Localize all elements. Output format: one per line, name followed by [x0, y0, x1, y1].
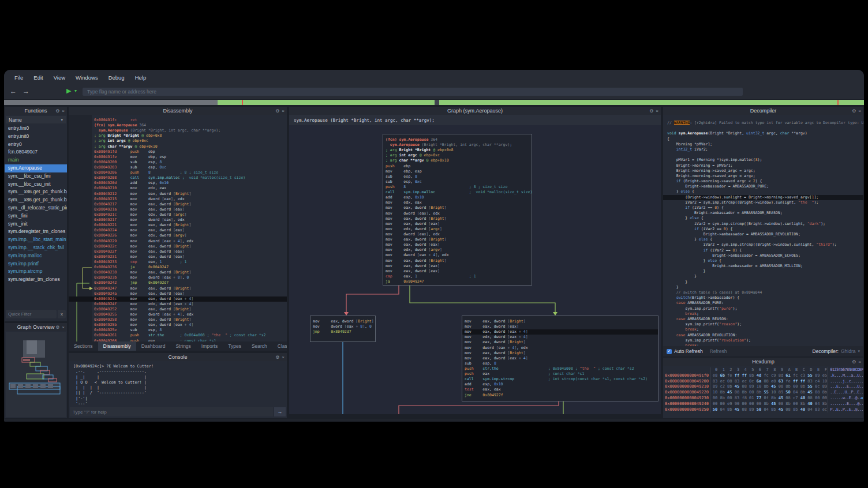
function-list-item[interactable]: sym.imp.printf — [5, 260, 67, 268]
function-list-item[interactable]: sym.__x86.get_pc_thunk.bx — [5, 196, 67, 204]
back-icon[interactable]: ← — [10, 87, 17, 95]
function-list-item[interactable]: sym.imp.__stack_chk_fail — [5, 244, 67, 252]
panel-settings-icon[interactable]: ⚙ — [55, 325, 59, 330]
function-list-item[interactable]: sym._fini — [5, 212, 67, 220]
function-list-item[interactable]: sym._init — [5, 220, 67, 228]
function-list-item[interactable]: sym.deregister_tm_clones — [5, 228, 67, 236]
code-line: if (iVar2 == 0) { — [667, 248, 863, 253]
code-line: 0x0804925b mov eax, dword [eax + 4] — [94, 322, 287, 328]
graph-titlebar[interactable]: Graph (sym.Aeropause) ⚙× — [289, 107, 661, 115]
graph-node-true-branch[interactable]: mov eax, dword [Bright]mov eax, dword [e… — [462, 316, 659, 401]
console-input[interactable] — [70, 407, 273, 416]
panel-settings-icon[interactable]: ⚙ — [275, 108, 279, 114]
panel-close-icon[interactable]: × — [282, 108, 285, 114]
chevron-down-icon: ▾ — [858, 349, 860, 354]
play-debug-icon[interactable]: ▶ — [66, 87, 71, 95]
filter-clear-button[interactable]: x — [58, 310, 66, 318]
function-list-item[interactable]: sym.__libc_csu_fini — [5, 172, 67, 181]
hexdump-row[interactable]: 0x000000000804925050 04 8b 45 08 89 50 0… — [663, 407, 863, 413]
code-line: ; arg char **argv @ ebp+0x10 — [94, 144, 287, 149]
hexdump-row[interactable]: 0x000000000804922010 8b 45 08 8b 00 8b 5… — [663, 390, 863, 396]
panel-close-icon[interactable]: × — [858, 359, 861, 365]
address-input[interactable] — [83, 88, 743, 96]
decompiler-toolbar: ✓ Auto Refresh Refresh Decompiler: Ghidr… — [663, 346, 863, 356]
tab-disassembly[interactable]: Disassembly — [98, 341, 136, 351]
menu-item-debug[interactable]: Debug — [104, 73, 129, 82]
graph-overview-titlebar[interactable]: Graph Overview ⚙× — [5, 323, 67, 331]
hexdump-byte-header: 0 1 2 3 4 5 6 7 8 9 A B C D E F — [710, 367, 828, 373]
code-line: ; arg int argc @ ebp+0xc — [94, 138, 287, 144]
hexdump-row[interactable]: 0x000000000804924000 00 e9 90 00 00 00 8… — [663, 401, 863, 407]
graph-overview-panel: Graph Overview ⚙× — [5, 323, 67, 418]
disassembly-code[interactable]: 0x080491fc ret(fcn) sym.Aeropause 364 sy… — [69, 115, 287, 341]
panel-settings-icon[interactable]: ⚙ — [649, 108, 653, 114]
panel-settings-icon[interactable]: ⚙ — [852, 108, 856, 114]
play-dropdown-icon[interactable]: ▾ — [74, 88, 77, 93]
code-line: break; — [667, 327, 863, 332]
panel-close-icon[interactable]: × — [62, 325, 65, 330]
panel-close-icon[interactable]: × — [858, 108, 861, 114]
cutter-window: FileEditViewWindowsDebugHelp ← → ▶ ▾ Fun… — [4, 70, 864, 422]
menu-item-windows[interactable]: Windows — [71, 73, 103, 82]
console-send-icon[interactable]: → — [274, 407, 286, 416]
decompiler-code[interactable]: // WARNING: [r2ghidra] Failed to match t… — [663, 115, 863, 346]
function-list-item[interactable]: fcn.080490c7 — [5, 148, 67, 156]
tab-sections[interactable]: Sections — [69, 341, 98, 351]
menu-item-file[interactable]: File — [10, 73, 28, 82]
graph-canvas[interactable]: (fcn) sym.Aeropause 364 sym.Aeropause (B… — [289, 125, 661, 414]
code-line: sub esp, 8 — [386, 174, 529, 179]
decompiler-titlebar[interactable]: Decompiler ⚙× — [663, 107, 863, 115]
console-titlebar[interactable]: Console ⚙× — [69, 353, 287, 361]
panel-close-icon[interactable]: × — [282, 355, 285, 360]
refresh-button[interactable]: Refresh — [710, 348, 727, 354]
seek-bar[interactable] — [4, 100, 864, 105]
tab-classes[interactable]: Classes — [272, 341, 287, 351]
function-list-item[interactable]: sym._dl_relocate_static_pie — [5, 204, 67, 212]
auto-refresh-checkbox[interactable]: ✓ — [667, 349, 672, 354]
graph-node-entry[interactable]: (fcn) sym.Aeropause 364 sym.Aeropause (B… — [383, 134, 532, 286]
quick-filter-input[interactable] — [6, 310, 57, 318]
function-list-item[interactable]: entry.fini0 — [5, 125, 67, 133]
panel-close-icon[interactable]: × — [62, 108, 65, 114]
functions-sort-header[interactable]: Name ▾ — [6, 116, 66, 123]
hexdump-content[interactable]: 0 1 2 3 4 5 6 7 8 9 A B C D E F 01234567… — [663, 366, 863, 418]
bottom-tab-bar: SectionsDisassemblyDashboardStringsImpor… — [69, 341, 287, 351]
code-line: } else { — [667, 189, 863, 194]
graph-node-false-branch[interactable]: mov eax, dword [Bright]mov dword [eax + … — [310, 316, 376, 342]
function-list-item[interactable]: sym.imp.strcmp — [5, 268, 67, 276]
code-line: Bright->ambassador = AMBASSADOR_REASON; — [667, 211, 863, 216]
functions-panel-titlebar[interactable]: Functions ⚙× — [5, 107, 67, 115]
panel-settings-icon[interactable]: ⚙ — [55, 108, 59, 114]
function-list-item[interactable]: sym.imp.malloc — [5, 252, 67, 260]
function-list-item[interactable]: sym.imp.__libc_start_main — [5, 236, 67, 244]
function-list-item[interactable]: sym.register_tm_clones — [5, 276, 67, 284]
function-list-item[interactable]: sym.Aeropause — [5, 164, 67, 172]
graph-overview-minimap[interactable] — [6, 332, 66, 416]
function-list-item[interactable]: main — [5, 156, 67, 164]
decompiler-select[interactable]: Ghidra — [841, 348, 856, 354]
panel-title: Graph Overview — [17, 324, 54, 330]
hexdump-row[interactable]: 0x00000000080491f0e8 6b fe ff ff 8b 4d f… — [663, 373, 863, 379]
menu-item-edit[interactable]: Edit — [29, 73, 47, 82]
panel-close-icon[interactable]: × — [656, 108, 659, 114]
panel-settings-icon[interactable]: ⚙ — [852, 359, 856, 365]
forward-icon[interactable]: → — [23, 87, 29, 95]
panel-settings-icon[interactable]: ⚙ — [275, 355, 279, 360]
menu-item-help[interactable]: Help — [130, 73, 151, 82]
hexdump-row[interactable]: 0x000000000804920083 ec 08 83 ec 0c 6a 0… — [663, 379, 863, 385]
tab-strings[interactable]: Strings — [170, 341, 196, 351]
hexdump-row[interactable]: 0x000000000804921089 c2 8b 45 08 89 10 8… — [663, 384, 863, 390]
function-list-item[interactable]: sym.__libc_csu_init — [5, 181, 67, 189]
tab-search[interactable]: Search — [246, 341, 272, 351]
tab-types[interactable]: Types — [223, 341, 246, 351]
menu-item-view[interactable]: View — [49, 73, 70, 82]
tab-dashboard[interactable]: Dashboard — [136, 341, 171, 351]
tab-imports[interactable]: Imports — [196, 341, 223, 351]
code-line: 0x08049224 mov eax, dword [eax] — [94, 228, 287, 233]
function-list-item[interactable]: entry0 — [5, 141, 67, 149]
hexdump-row[interactable]: 0x000000000804923000 8b 00 83 f8 01 77 0… — [663, 396, 863, 401]
function-list-item[interactable]: entry.init0 — [5, 133, 67, 141]
function-list-item[interactable]: sym.__x86.get_pc_thunk.bp — [5, 188, 67, 196]
hexdump-titlebar[interactable]: Hexdump ⚙× — [663, 358, 863, 366]
disassembly-titlebar[interactable]: Disassembly ⚙× — [69, 107, 287, 115]
